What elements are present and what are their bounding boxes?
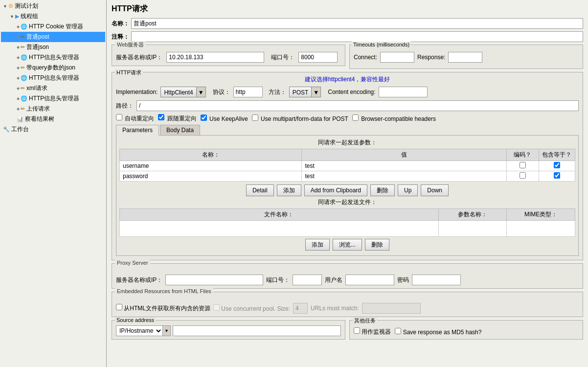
pool-checkbox-label[interactable]: Use concurrent pool. Size: [213, 304, 290, 312]
multipart-label[interactable]: Use multipart/form-data for POST [252, 115, 348, 122]
monitor-label[interactable]: 用作监视器 [354, 327, 391, 336]
sidebar-item-upload[interactable]: ◆✏上传请求 [1, 104, 105, 114]
other-row: 用作监视器 Save response as MD5 hash? [354, 327, 579, 336]
file-btn-row: 添加 浏览... 删除 [119, 239, 575, 251]
impl-dropdown[interactable]: HttpClient4 ▼ [160, 87, 205, 97]
method-dropdown[interactable]: POST ▼ [289, 87, 321, 97]
follow-redirect-checkbox[interactable] [158, 114, 164, 120]
protocol-label: 协议： [213, 88, 230, 96]
http-request-section: HTTP请求 建议选择httpclient4，兼容性最好 Implementat… [112, 72, 583, 260]
sidebar-label-thread-group: 线程组 [21, 12, 38, 21]
keep-alive-label[interactable]: Use KeepAlive [201, 115, 248, 122]
sidebar-item-xml-request[interactable]: ◆✏xml请求 [1, 83, 105, 93]
down-button[interactable]: Down [421, 184, 449, 196]
encoding-input[interactable] [379, 87, 428, 97]
follow-redirect-label[interactable]: 跟随重定向 [158, 114, 196, 123]
sidebar: ▼⚙测试计划▼▶线程组◆🌐HTTP Cookie 管理器◆✏普通post◆✏普通… [0, 0, 107, 367]
response-input[interactable] [448, 52, 482, 63]
browser-headers-checkbox[interactable] [352, 115, 359, 121]
browser-headers-label[interactable]: Browser-compatible headers [352, 115, 436, 122]
tab-parameters[interactable]: Parameters [116, 125, 159, 136]
sidebar-item-http-cookie[interactable]: ◆🌐HTTP Cookie 管理器 [1, 22, 105, 32]
detail-button[interactable]: Detail [246, 184, 274, 196]
sidebar-item-test-plan[interactable]: ▼⚙测试计划 [1, 1, 105, 11]
up-button[interactable]: Up [398, 184, 418, 196]
port-input[interactable] [298, 52, 338, 63]
method-arrow-icon[interactable]: ▼ [311, 87, 320, 97]
add-param-button[interactable]: 添加 [277, 184, 301, 196]
name-input[interactable] [131, 18, 583, 29]
server-label: 服务器名称或IP： [116, 53, 162, 62]
keep-alive-checkbox[interactable] [201, 115, 207, 121]
add-file-button[interactable]: 添加 [305, 239, 330, 251]
name-label: 名称： [112, 20, 131, 28]
sidebar-label-normal-json: 普通json [26, 43, 49, 51]
sidebar-item-normal-json[interactable]: ◆✏普通json [1, 42, 105, 52]
proxy-user-input[interactable] [345, 275, 394, 285]
file-col-param-header: 参数名称： [438, 209, 507, 221]
embedded-label-text: 从HTML文件获取所有内含的资源 [124, 305, 210, 312]
comment-input[interactable] [131, 31, 583, 42]
file-section-label: 同请求一起发送文件： [119, 198, 575, 206]
tab-body-data[interactable]: Body Data [160, 125, 200, 136]
multipart-checkbox[interactable] [252, 115, 258, 121]
checkbox-row: 自动重定向 跟随重定向 Use KeepAlive Use multipart/… [116, 114, 579, 123]
sidebar-item-workbench[interactable]: 🔧工作台 [1, 124, 105, 135]
server-input[interactable] [166, 52, 264, 63]
sidebar-item-query-json[interactable]: ◆✏带query参数的json [1, 63, 105, 73]
file-col-mime-header: MIME类型： [507, 209, 575, 221]
delete-param-button[interactable]: 删除 [370, 184, 395, 196]
md5-checkbox[interactable] [395, 328, 401, 334]
col-value-header: 值 [302, 149, 507, 161]
path-input[interactable] [136, 100, 579, 111]
connect-input[interactable] [380, 52, 414, 63]
source-type-dropdown[interactable]: IP/Hostname ▼ [116, 325, 171, 336]
impl-arrow-icon[interactable]: ▼ [196, 87, 205, 97]
proxy-port-input[interactable] [293, 275, 322, 285]
embedded-checkbox-label[interactable]: 从HTML文件获取所有内含的资源 [116, 304, 210, 313]
browse-button[interactable]: 浏览... [333, 239, 362, 251]
match-label: URLs must match: [311, 305, 359, 312]
protocol-input[interactable] [233, 87, 263, 97]
md5-label-text: Save response as MD5 hash? [403, 329, 482, 336]
proxy-server-input[interactable] [165, 275, 263, 285]
param-encode-1[interactable] [507, 171, 539, 182]
name-row: 名称： [112, 18, 583, 29]
sidebar-label-result-tree: 察看结果树 [25, 115, 54, 123]
sidebar-item-http-header3[interactable]: ◆🌐HTTP信息头管理器 [1, 93, 105, 104]
source-type-select[interactable]: IP/Hostname [116, 326, 162, 336]
proxy-section: Proxy Server 服务器名称或IP： 端口号： 用户名 密码 [112, 263, 583, 289]
source-type-arrow[interactable]: ▼ [162, 326, 170, 336]
delete-file-button[interactable]: 删除 [365, 239, 389, 251]
param-contain-1[interactable] [539, 171, 575, 182]
timeout-title: Timeouts (milliseconds) [352, 42, 411, 47]
source-section: Source address IP/Hostname ▼ [112, 320, 345, 340]
sidebar-item-thread-group[interactable]: ▼▶线程组 [1, 11, 105, 22]
param-encode-0[interactable] [507, 161, 539, 171]
param-value-0: test [302, 161, 507, 171]
dot-icon-query-json: ◆ [17, 66, 20, 70]
source-address-input[interactable] [173, 325, 341, 336]
comment-label: 注释： [112, 33, 131, 41]
match-input [362, 303, 421, 314]
connect-label: Connect: [354, 54, 377, 61]
proxy-pass-input[interactable] [412, 275, 461, 285]
auto-redirect-checkbox[interactable] [116, 114, 122, 120]
add-from-clipboard-button[interactable]: Add from Clipboard [304, 184, 367, 196]
sidebar-item-http-header1[interactable]: ◆🌐HTTP信息头管理器 [1, 52, 105, 63]
embedded-section: Embedded Resources from HTML Files 从HTML… [112, 292, 583, 317]
sidebar-item-normal-post[interactable]: ◆✏普通post [1, 32, 105, 42]
sidebar-item-result-tree[interactable]: 📊察看结果树 [1, 114, 105, 124]
path-label: 路径： [116, 102, 134, 110]
pool-size-input [293, 303, 308, 314]
sidebar-item-http-header2[interactable]: ◆🌐HTTP信息头管理器 [1, 73, 105, 83]
http-req-title: HTTP请求 [115, 69, 143, 76]
embedded-checkbox[interactable] [116, 304, 122, 310]
param-row: username test [120, 161, 575, 171]
md5-label[interactable]: Save response as MD5 hash? [395, 328, 481, 336]
monitor-checkbox[interactable] [354, 327, 360, 334]
param-contain-0[interactable] [539, 161, 575, 171]
auto-redirect-label[interactable]: 自动重定向 [116, 114, 154, 123]
pool-checkbox[interactable] [213, 304, 220, 311]
sidebar-icon-workbench: 🔧 [3, 126, 10, 133]
